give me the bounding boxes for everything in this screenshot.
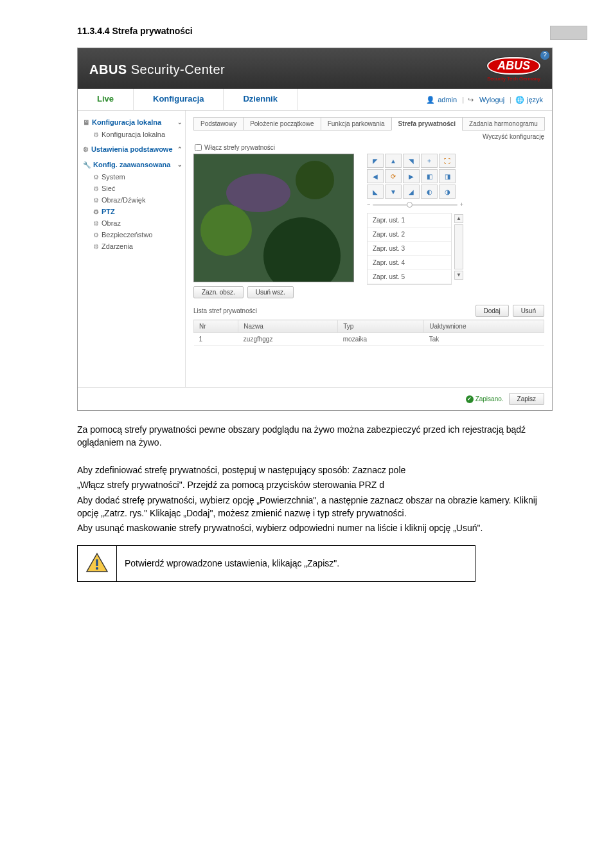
sidebar-item-localcfg[interactable]: ⚙Konfiguracja lokalna [83, 129, 182, 140]
logout-link[interactable]: Wyloguj [479, 96, 504, 104]
slider-thumb[interactable] [407, 202, 413, 208]
user-bar: 👤 admin | ↪ Wyloguj | 🌐 język [418, 89, 552, 110]
sidebar-head-localcfg-label: Konfiguracja lokalna [92, 118, 161, 126]
chevron-down-icon: ⌄ [177, 119, 182, 125]
subtab-initpos[interactable]: Położenie początkowe [243, 117, 321, 131]
gear-icon: ⚙ [93, 243, 99, 250]
sidebar-item-image[interactable]: ⚙Obraz [83, 217, 182, 229]
delete-button[interactable]: Usuń [513, 305, 544, 317]
sidebar-item-image-label: Obraz [102, 219, 121, 227]
preset-item[interactable]: Zapr. ust. 2 [368, 228, 451, 242]
note-box: Potwierdź wprowadzone ustawienia, klikaj… [77, 545, 475, 582]
sidebar-item-events[interactable]: ⚙Zdarzenia [83, 240, 182, 252]
ptz-up-icon[interactable]: ▲ [385, 154, 402, 168]
preview-buttons: Zazn. obsz. Usuń wsz. [193, 286, 354, 298]
subtab-basic[interactable]: Podstawowy [193, 117, 244, 131]
app-screenshot: ? ABUS Security-Center ABUS Security Tec… [77, 48, 553, 411]
sidebar-item-security[interactable]: ⚙Bezpieczeństwo [83, 229, 182, 240]
sidebar-item-events-label: Zdarzenia [102, 242, 133, 250]
col-nr[interactable]: Nr [194, 320, 238, 333]
warning-icon [85, 552, 109, 573]
nav-journal[interactable]: Dziennik [224, 89, 297, 110]
scroll-track[interactable] [454, 224, 463, 269]
ptz-left-icon[interactable]: ◀ [367, 169, 384, 183]
chevron-up-icon: ⌃ [177, 146, 182, 152]
user-icon: 👤 [426, 96, 434, 104]
help-icon[interactable]: ? [540, 51, 549, 60]
wrench-icon: 🔧 [83, 161, 91, 168]
iris-close-icon[interactable]: ◑ [439, 185, 456, 199]
minus-icon: − [367, 201, 370, 208]
video-preview[interactable] [193, 154, 354, 282]
subtab-privacy[interactable]: Strefa prywatności [391, 117, 463, 131]
preset-label: Zapr. ust. 1 [373, 217, 405, 224]
sidebar-item-ptz[interactable]: ⚙PTZ [83, 206, 182, 217]
sidebar-item-net[interactable]: ⚙Sieć [83, 183, 182, 194]
delete-all-button[interactable]: Usuń wsz. [247, 286, 294, 298]
col-enabled[interactable]: Uaktywnione [424, 320, 544, 333]
privacy-list-section: Lista stref prywatności Dodaj Usuń Nr Na… [193, 305, 544, 346]
user-name[interactable]: admin [438, 96, 457, 104]
preset-scrollbar: ▲ ▼ [454, 214, 463, 285]
logo-subtext: Security Tech Germany [487, 76, 540, 82]
sidebar-item-system[interactable]: ⚙System [83, 171, 182, 183]
sidebar-head-localcfg[interactable]: 🖥Konfiguracja lokalna ⌄ [83, 116, 182, 129]
save-button[interactable]: Zapisz [509, 393, 544, 405]
para-2: Aby zdefiniować strefę prywatności, post… [77, 464, 553, 477]
preset-wrap: Zapr. ust. 1 Zapr. ust. 2 Zapr. ust. 3 Z… [367, 213, 463, 285]
zoom-wide-icon[interactable]: ⛶ [439, 154, 456, 168]
preset-item[interactable]: Zapr. ust. 3 [368, 242, 451, 256]
app-header: ABUS Security-Center ABUS Security Tech … [78, 48, 552, 89]
slider-track[interactable] [373, 204, 457, 206]
brand-rest: Security-Center [127, 62, 226, 77]
zoom-in-icon[interactable]: ＋ [421, 154, 438, 168]
sidebar-head-advanced[interactable]: 🔧Konfig. zaawansowana ⌄ [83, 158, 182, 171]
cell-nr: 1 [194, 333, 238, 346]
app-body: 🖥Konfiguracja lokalna ⌄ ⚙Konfiguracja lo… [78, 111, 552, 387]
ptz-up-left-icon[interactable]: ◤ [367, 154, 384, 168]
mark-area-button[interactable]: Zazn. obsz. [193, 286, 244, 298]
enable-privacy-input[interactable] [195, 144, 202, 151]
add-button[interactable]: Dodaj [475, 305, 509, 317]
ptz-down-icon[interactable]: ▼ [385, 185, 402, 199]
sidebar-head-basic[interactable]: ⚙Ustawienia podstawowe ⌃ [83, 143, 182, 156]
iris-open-icon[interactable]: ◐ [421, 185, 438, 199]
clear-config-link[interactable]: Wyczyść konfigurację [193, 133, 544, 140]
preset-item[interactable]: Zapr. ust. 5 [368, 270, 451, 284]
nav-config[interactable]: Konfiguracja [134, 89, 224, 110]
subtab-park[interactable]: Funkcja parkowania [321, 117, 392, 131]
sidebar-item-system-label: System [102, 173, 125, 181]
speed-slider[interactable]: − + [367, 201, 463, 208]
nav-live[interactable]: Live [78, 89, 134, 110]
para-4: Aby dodać strefę prywatności, wybierz op… [77, 494, 553, 520]
section-title-text: Strefa prywatności [112, 26, 193, 36]
sidebar-item-imgsnd-label: Obraz/Dźwięk [102, 196, 145, 204]
scroll-up-icon[interactable]: ▲ [454, 214, 463, 223]
col-name[interactable]: Nazwa [238, 320, 338, 333]
sidebar-item-imgsnd[interactable]: ⚙Obraz/Dźwięk [83, 194, 182, 206]
ptz-down-right-icon[interactable]: ◢ [403, 185, 420, 199]
sidebar-item-localcfg-label: Konfiguracja lokalna [102, 131, 165, 138]
focus-far-icon[interactable]: ◨ [439, 169, 456, 183]
brand-logo: ABUS Security Tech Germany [487, 57, 540, 82]
table-row[interactable]: 1 zuzgfhggz mozaika Tak [194, 333, 544, 346]
ptz-up-right-icon[interactable]: ◥ [403, 154, 420, 168]
col-type[interactable]: Typ [338, 320, 424, 333]
ptz-auto-icon[interactable]: ⟳ [385, 169, 402, 183]
language-link[interactable]: język [527, 96, 543, 104]
para-1: Za pomocą strefy prywatności pewne obsza… [77, 424, 553, 449]
ptz-panel: ◤ ▲ ◥ ＋ ⛶ ◀ ⟳ ▶ ◧ ◨ ◣ ▼ ◢ [367, 154, 463, 298]
section-number: 11.3.4.4 [77, 26, 110, 36]
scroll-down-icon[interactable]: ▼ [454, 271, 463, 280]
subtab-schedule[interactable]: Zadania harmonogramu [462, 117, 545, 131]
sep: | [510, 96, 511, 104]
enable-privacy-checkbox[interactable]: Włącz strefy prywatności [195, 144, 544, 151]
preset-item[interactable]: Zapr. ust. 4 [368, 256, 451, 270]
brand-bold: ABUS [89, 62, 127, 77]
ptz-down-left-icon[interactable]: ◣ [367, 185, 384, 199]
ptz-right-icon[interactable]: ▶ [403, 169, 420, 183]
focus-near-icon[interactable]: ◧ [421, 169, 438, 183]
chevron-down-icon: ⌄ [177, 161, 182, 168]
gear-icon: ⚙ [93, 231, 99, 239]
preset-item[interactable]: Zapr. ust. 1 [368, 213, 451, 228]
